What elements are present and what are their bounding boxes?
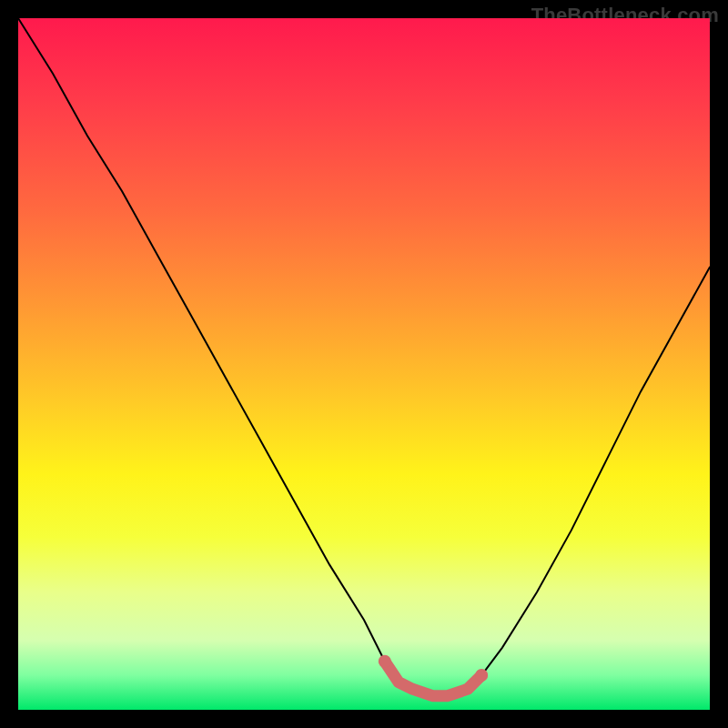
chart-stage: TheBottleneck.com xyxy=(0,0,728,728)
valley-dot-end xyxy=(475,669,488,682)
bottleneck-curve-svg xyxy=(18,18,710,710)
plot-area xyxy=(18,18,710,710)
bottleneck-curve-path xyxy=(18,18,710,696)
valley-dot-start xyxy=(379,655,391,668)
valley-highlight-path xyxy=(385,662,481,696)
